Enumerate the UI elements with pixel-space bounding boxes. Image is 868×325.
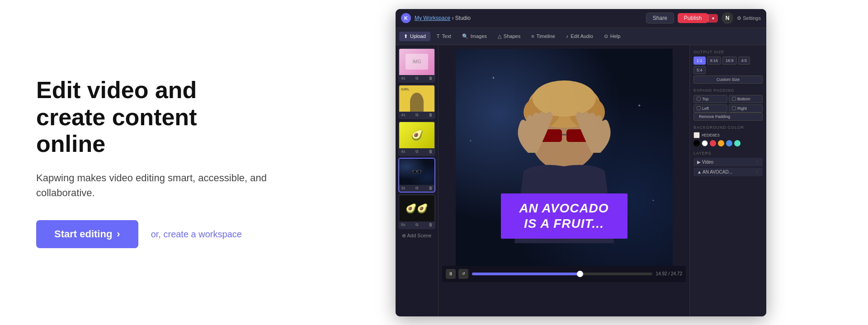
canvas-area: ✦ ✦ ✦ ✦ xyxy=(439,45,689,316)
timeline-bar: ⏸ ↺ 14.92 / 24.72 xyxy=(442,266,686,282)
shapes-button[interactable]: △ Shapes xyxy=(493,32,525,41)
bg-color-row: #EDE6E3 xyxy=(693,132,763,138)
scene-copy-icon-2: ⧉ xyxy=(415,113,418,118)
scene-copy-icon-3: ⧉ xyxy=(415,149,418,154)
size-1-1-button[interactable]: 1:1 xyxy=(693,57,706,65)
scene-delete-icon-5: 🗑 xyxy=(429,222,433,227)
hero-section: Edit video and create content online Kap… xyxy=(0,50,307,275)
padding-bottom-button[interactable]: Bottom xyxy=(729,95,763,103)
hero-title: Edit video and create content online xyxy=(36,77,271,158)
color-swatch-black[interactable] xyxy=(693,140,700,146)
size-16-9-button[interactable]: 16:9 xyxy=(722,57,737,65)
toolbar: ⬆ Upload T Text 🔍 Images △ Shapes ≡ Time… xyxy=(396,28,766,45)
share-button[interactable]: Share xyxy=(646,13,674,24)
remove-padding-button[interactable]: Remove Padding xyxy=(693,113,763,121)
text-icon: T xyxy=(437,33,440,39)
loop-button[interactable]: ↺ xyxy=(458,269,468,279)
hero-subtitle: Kapwing makes video editing smart, acces… xyxy=(36,170,271,200)
output-size-buttons: 1:1 9:16 16:9 4:5 5:4 xyxy=(693,57,763,74)
timeline-track[interactable] xyxy=(472,273,652,275)
breadcrumb-page: Studio xyxy=(455,15,471,21)
scene-item-1[interactable]: IMG 4s ⧉ 🗑 xyxy=(398,48,435,83)
scene-label-3: 4s ⧉ 🗑 xyxy=(399,148,434,155)
color-swatch-red[interactable] xyxy=(710,140,716,146)
bg-color-swatch[interactable] xyxy=(693,132,700,138)
scene-copy-icon-4: ⧉ xyxy=(415,186,418,191)
images-button[interactable]: 🔍 Images xyxy=(458,32,491,41)
size-4-5-button[interactable]: 4:5 xyxy=(738,57,750,65)
editor-wrapper: K My Workspace › Studio Share Publish ▾ … xyxy=(307,0,868,325)
scene-delete-icon-4: 🗑 xyxy=(429,186,433,190)
help-button[interactable]: ⊙ Help xyxy=(599,32,625,41)
start-editing-button[interactable]: Start editing › xyxy=(36,220,138,248)
color-swatch-teal[interactable] xyxy=(734,140,741,146)
publish-dropdown-button[interactable]: ▾ xyxy=(708,14,718,23)
canvas-text-overlay: AN AVOCADO IS A FRUIT... xyxy=(501,193,627,238)
publish-button[interactable]: Publish xyxy=(678,13,708,23)
scene-thumb-3: 🥑 xyxy=(399,122,434,148)
right-panel: OUTPUT SIZE 1:1 9:16 16:9 4:5 5:4 Custom… xyxy=(689,45,766,316)
images-icon: 🔍 xyxy=(462,33,468,39)
edit-audio-button[interactable]: ♪ Edit Audio xyxy=(561,32,598,41)
scene-thumb-2: GIRL xyxy=(399,85,434,112)
svg-point-6 xyxy=(533,80,596,117)
scene-item-4[interactable]: 🕶️ 3s ⧉ 🗑 xyxy=(398,158,435,193)
workspace-logo: K xyxy=(401,13,411,23)
padding-bottom-checkbox xyxy=(732,97,736,101)
scene-label-5: 8s ⧉ 🗑 xyxy=(399,221,434,228)
scene-label-2: 4s ⧉ 🗑 xyxy=(399,112,434,118)
topbar-right: Share Publish ▾ N ⚙ Settings xyxy=(646,12,761,24)
scene-label-1: 4s ⧉ 🗑 xyxy=(399,75,434,82)
bg-color-value[interactable]: #EDE6E3 xyxy=(702,133,720,137)
padding-grid: Top Bottom Left Right xyxy=(693,95,763,113)
scene-thumb-4: 🕶️ xyxy=(399,159,434,185)
user-avatar[interactable]: N xyxy=(722,12,733,24)
padding-top-button[interactable]: Top xyxy=(693,95,727,103)
add-scene-label: ⊕ Add Scene xyxy=(402,233,431,239)
settings-button[interactable]: ⚙ Settings xyxy=(737,15,761,21)
scene-delete-icon-2: 🗑 xyxy=(429,113,433,117)
timeline-scrubber[interactable] xyxy=(577,271,583,277)
padding-left-button[interactable]: Left xyxy=(693,104,727,113)
layer-text-options[interactable]: ⋮ xyxy=(755,170,759,174)
text-button[interactable]: T Text xyxy=(432,32,456,41)
timeline-progress xyxy=(472,273,580,275)
publish-group: Publish ▾ xyxy=(678,13,718,23)
size-5-4-button[interactable]: 5:4 xyxy=(693,66,706,74)
breadcrumb-workspace[interactable]: My Workspace xyxy=(415,15,450,21)
editor-app: K My Workspace › Studio Share Publish ▾ … xyxy=(396,9,766,316)
breadcrumb-separator: › xyxy=(452,15,455,21)
layer-video-options[interactable]: ⋮ xyxy=(755,160,759,164)
padding-right-button[interactable]: Right xyxy=(729,104,763,113)
scene-copy-icon-1: ⧉ xyxy=(415,76,418,81)
scene-item-5[interactable]: 🥑🥑 8s ⧉ 🗑 xyxy=(398,194,435,229)
layer-text-icon: ▲ AN AVOCAD... xyxy=(697,170,732,174)
size-9-16-button[interactable]: 9:16 xyxy=(707,57,722,65)
layers-label: LAYERS xyxy=(693,151,763,155)
breadcrumb: My Workspace › Studio xyxy=(415,15,471,21)
layers-list: ▶ Video ⋮ ▲ AN AVOCAD... ⋮ xyxy=(693,158,763,176)
timeline-button[interactable]: ≡ Timeline xyxy=(527,32,560,41)
layer-text[interactable]: ▲ AN AVOCAD... ⋮ xyxy=(693,168,763,176)
layers-section: LAYERS ▶ Video ⋮ ▲ AN AVOCAD... ⋮ xyxy=(693,151,763,176)
pause-button[interactable]: ⏸ xyxy=(446,269,456,279)
scene-item-2[interactable]: GIRL 4s ⧉ 🗑 xyxy=(398,85,435,119)
output-size-section: OUTPUT SIZE 1:1 9:16 16:9 4:5 5:4 Custom… xyxy=(693,50,763,84)
timeline-time: 14.92 / 24.72 xyxy=(656,271,682,276)
text-label: Text xyxy=(442,33,451,39)
audio-icon: ♪ xyxy=(566,33,569,39)
shapes-icon: △ xyxy=(498,33,501,39)
color-swatch-white[interactable] xyxy=(702,140,708,146)
layer-video[interactable]: ▶ Video ⋮ xyxy=(693,158,763,166)
add-scene-button[interactable]: ⊕ Add Scene xyxy=(398,231,435,240)
shapes-label: Shapes xyxy=(504,33,520,39)
color-swatch-orange[interactable] xyxy=(718,140,724,146)
color-swatch-blue[interactable] xyxy=(726,140,732,146)
scene-item-3[interactable]: 🥑 4s ⧉ 🗑 xyxy=(398,121,435,156)
start-editing-label: Start editing xyxy=(54,228,112,240)
upload-button[interactable]: ⬆ Upload xyxy=(399,32,430,41)
bg-color-label: BACKGROUND COLOR xyxy=(693,125,763,130)
create-workspace-link[interactable]: or, create a workspace xyxy=(151,229,242,240)
hero-actions: Start editing › or, create a workspace xyxy=(36,220,271,248)
custom-size-button[interactable]: Custom Size xyxy=(693,75,763,84)
